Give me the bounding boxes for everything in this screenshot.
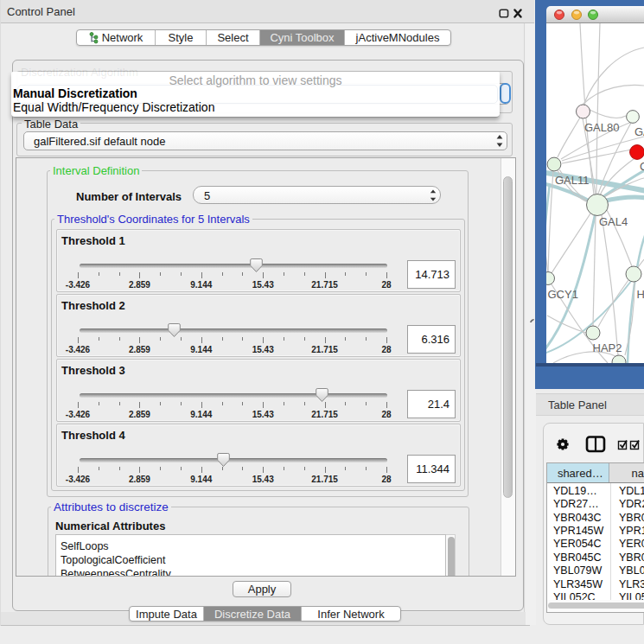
svg-text:GA: GA [634,125,644,138]
svg-text:GAL80: GAL80 [584,121,619,134]
svg-text:H: H [637,288,644,301]
svg-text:GAL4: GAL4 [599,215,628,228]
svg-text:HAP2: HAP2 [593,341,622,354]
svg-text:C: C [640,160,644,173]
svg-text:GAL11: GAL11 [555,174,590,187]
svg-text:GCY1: GCY1 [548,288,578,301]
